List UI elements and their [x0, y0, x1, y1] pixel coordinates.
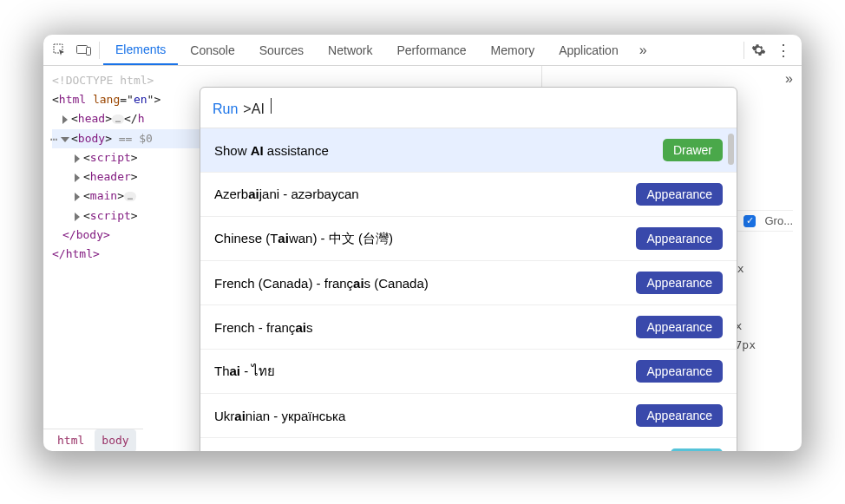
- palette-row-pill: Panel: [671, 448, 723, 451]
- palette-row[interactable]: Chinese (Taiwan) - 中文 (台灣) Appearance: [200, 217, 737, 261]
- divider: [99, 42, 100, 59]
- palette-row-label: Thai - ไทย: [214, 361, 275, 382]
- palette-row[interactable]: Azerbaijani - azərbaycan Appearance: [200, 173, 737, 217]
- palette-row-pill: Appearance: [636, 183, 723, 206]
- palette-row-pill: Appearance: [636, 360, 723, 383]
- palette-row-pill: Appearance: [636, 316, 723, 338]
- palette-query: >AI: [243, 101, 264, 117]
- palette-row-label: Ukrainian - українська: [214, 409, 345, 423]
- devtools-window: Elements Console Sources Network Perform…: [43, 35, 802, 451]
- tab-memory[interactable]: Memory: [479, 35, 547, 65]
- tab-console[interactable]: Console: [178, 35, 246, 65]
- palette-row[interactable]: Thai - ไทย Appearance: [200, 350, 737, 394]
- command-palette-input[interactable]: Run >AI: [200, 88, 737, 128]
- device-toggle-icon[interactable]: [73, 39, 95, 62]
- palette-row-label: Azerbaijani - azərbaycan: [214, 187, 359, 202]
- palette-row-pill: Drawer: [663, 139, 723, 161]
- palette-row-label: French (Canada) - français (Canada): [214, 276, 429, 291]
- palette-row-pill: Appearance: [636, 272, 723, 294]
- palette-row-pill: Appearance: [636, 404, 723, 427]
- group-checkbox[interactable]: [743, 215, 756, 227]
- kebab-menu-icon[interactable]: ⋮: [770, 41, 796, 60]
- palette-row-label: French - français: [214, 320, 312, 335]
- tab-application[interactable]: Application: [547, 35, 631, 65]
- palette-row[interactable]: Show AI assistance Drawer: [200, 128, 737, 173]
- tab-sources[interactable]: Sources: [247, 35, 316, 65]
- inspect-icon[interactable]: [49, 39, 71, 62]
- palette-row-pill: Appearance: [636, 227, 723, 250]
- crumb-html[interactable]: html: [50, 429, 91, 452]
- palette-row[interactable]: Show Application Panel: [200, 438, 737, 451]
- settings-gear-icon[interactable]: [748, 40, 769, 61]
- palette-row[interactable]: French (Canada) - français (Canada) Appe…: [200, 261, 737, 305]
- command-palette: Run >AI Show AI assistance Drawer Azerba…: [200, 87, 737, 451]
- palette-row[interactable]: Ukrainian - українська Appearance: [200, 394, 737, 438]
- palette-row-label: Show AI assistance: [214, 143, 329, 158]
- crumb-body[interactable]: body: [95, 429, 135, 452]
- tab-network[interactable]: Network: [316, 35, 384, 65]
- divider: [743, 42, 744, 59]
- styles-overflow-icon[interactable]: »: [785, 71, 793, 87]
- tab-performance[interactable]: Performance: [384, 35, 478, 65]
- gutter-menu-icon[interactable]: ⋯: [50, 129, 57, 148]
- palette-row-label: Chinese (Taiwan) - 中文 (台灣): [214, 231, 393, 247]
- panel-tabs: Elements Console Sources Network Perform…: [103, 35, 631, 65]
- command-palette-list: Show AI assistance Drawer Azerbaijani - …: [200, 128, 737, 451]
- palette-row[interactable]: French - français Appearance: [200, 305, 737, 350]
- svg-rect-2: [87, 47, 91, 55]
- palette-prefix: Run: [213, 101, 238, 117]
- svg-rect-1: [77, 45, 88, 53]
- scrollbar[interactable]: [728, 134, 734, 165]
- tabs-overflow-icon[interactable]: »: [632, 43, 654, 58]
- group-label: Gro...: [764, 214, 793, 227]
- text-cursor: [271, 98, 272, 114]
- devtools-topbar: Elements Console Sources Network Perform…: [43, 35, 802, 66]
- tab-elements[interactable]: Elements: [103, 35, 178, 65]
- breadcrumb: html body: [43, 429, 143, 451]
